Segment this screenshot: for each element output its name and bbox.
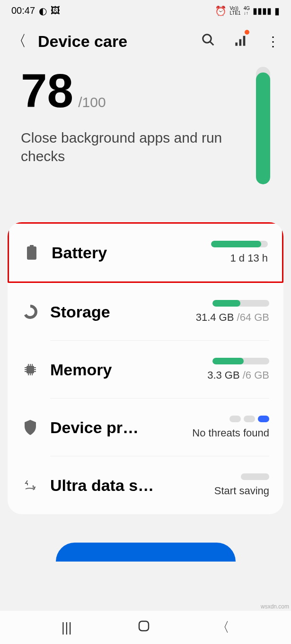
svg-point-0	[203, 34, 212, 43]
search-icon[interactable]	[201, 33, 215, 50]
security-dots	[229, 416, 269, 422]
memory-item[interactable]: Memory 3.3 GB /6 GB	[8, 341, 283, 399]
svg-point-7	[25, 306, 36, 317]
battery-right: 1 d 13 h	[183, 241, 268, 264]
storage-label: Storage	[50, 303, 173, 321]
watermark: wsxdn.com	[261, 603, 289, 610]
signal-icon: ▮▮▮▮	[253, 6, 272, 16]
nav-back-button[interactable]: 〈	[216, 618, 229, 636]
svg-rect-6	[27, 246, 36, 260]
storage-right: 31.4 GB /64 GB	[184, 300, 269, 324]
chart-icon[interactable]	[234, 34, 247, 49]
battery-value: 1 d 13 h	[230, 252, 268, 264]
storage-bar	[212, 300, 269, 307]
data-saving-icon	[22, 477, 39, 494]
nav-bar: ||| 〈	[0, 611, 291, 644]
clock-icon: ◐	[39, 5, 47, 17]
score-left: 78 /100 Close background apps and run ch…	[21, 67, 256, 165]
score-section: 78 /100 Close background apps and run ch…	[0, 61, 291, 203]
network-label: 4G	[244, 6, 250, 11]
app-bar: 〈 Device care ⋮	[0, 21, 291, 61]
storage-value: 31.4 GB /64 GB	[196, 311, 269, 324]
battery-label: Battery	[52, 244, 171, 262]
home-button[interactable]	[138, 620, 150, 635]
score-max: /100	[78, 94, 106, 110]
status-bar: 00:47 ◐ 🖼 ⏰ Vo))LTE1 4G↓↑ ▮▮▮▮ ▮	[0, 0, 291, 21]
svg-rect-3	[239, 39, 242, 46]
svg-rect-4	[243, 36, 246, 46]
alarm-icon: ⏰	[215, 5, 227, 17]
score-hint: Close background apps and run checks	[21, 128, 256, 165]
security-right: No threats found	[184, 416, 269, 439]
memory-value: 3.3 GB /6 GB	[207, 369, 269, 381]
storage-icon	[22, 303, 39, 320]
security-item[interactable]: Device pr… No threats found	[8, 399, 283, 456]
ultradata-label: Ultra data s…	[50, 476, 173, 495]
score-bar	[256, 67, 270, 184]
image-icon: 🖼	[51, 5, 60, 16]
svg-rect-2	[235, 43, 238, 46]
memory-icon	[22, 361, 39, 378]
app-bar-actions: ⋮	[201, 33, 280, 50]
svg-rect-21	[139, 621, 149, 631]
notification-dot-icon	[245, 30, 249, 35]
shield-icon	[22, 419, 39, 436]
device-care-list: Battery 1 d 13 h Storage 31.4 GB /64 GB …	[8, 222, 283, 514]
battery-icon	[23, 244, 40, 261]
security-status: No threats found	[192, 427, 269, 439]
memory-right: 3.3 GB /6 GB	[184, 358, 269, 381]
recents-button[interactable]: |||	[62, 620, 72, 635]
svg-line-1	[210, 41, 214, 45]
score-number: 78 /100	[21, 67, 256, 114]
ultradata-bar	[241, 473, 269, 480]
memory-label: Memory	[50, 361, 173, 379]
status-time: 00:47	[11, 5, 35, 16]
storage-item[interactable]: Storage 31.4 GB /64 GB	[8, 283, 283, 341]
battery-bar	[211, 241, 268, 247]
status-left: 00:47 ◐ 🖼	[11, 5, 60, 17]
battery-item[interactable]: Battery 1 d 13 h	[8, 222, 283, 283]
lte-label: LTE1	[229, 10, 240, 16]
back-icon[interactable]: 〈	[11, 31, 26, 52]
svg-rect-8	[26, 366, 34, 373]
ultradata-item[interactable]: Ultra data s… Start saving	[8, 456, 283, 514]
memory-bar	[212, 358, 269, 364]
score-value: 78	[21, 67, 73, 114]
security-label: Device pr…	[50, 418, 173, 437]
ultradata-right: Start saving	[184, 473, 269, 497]
more-icon[interactable]: ⋮	[266, 34, 280, 49]
score-bar-fill	[256, 73, 270, 184]
ultradata-status: Start saving	[214, 485, 269, 497]
status-right: ⏰ Vo))LTE1 4G↓↑ ▮▮▮▮ ▮	[215, 5, 280, 17]
optimize-button[interactable]	[56, 543, 236, 562]
battery-status-icon: ▮	[274, 5, 280, 17]
page-title: Device care	[38, 32, 190, 51]
